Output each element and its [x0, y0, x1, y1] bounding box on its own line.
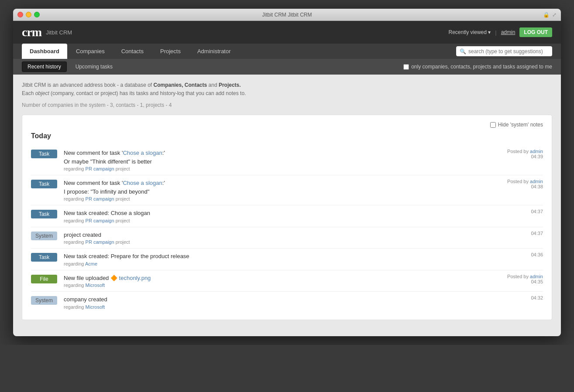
company-link[interactable]: Microsoft: [86, 283, 105, 288]
item-title: New comment for task 'Chose a slogan:' O…: [64, 149, 484, 166]
app-window: Jitbit CRM Jitbit CRM 🔒 ⤢ crm Jitbit CRM…: [13, 9, 561, 336]
item-body: company created regarding Microsoft: [64, 295, 484, 310]
hide-system-label[interactable]: Hide 'system' notes: [490, 122, 543, 128]
item-time: 04:37: [491, 209, 543, 214]
project-link[interactable]: PR campaign: [86, 166, 114, 171]
app-header: crm Jitbit CRM Recently viewed | admin L…: [13, 21, 561, 44]
item-meta: 04:32: [491, 295, 543, 300]
company-link[interactable]: Acme: [85, 261, 97, 266]
badge-task: Task: [31, 180, 57, 188]
item-title: project created: [64, 231, 484, 239]
hide-system-checkbox[interactable]: [490, 122, 496, 128]
search-box: 🔍: [456, 46, 552, 56]
item-title: New task created: Chose a slogan: [64, 209, 484, 218]
item-subtitle: regarding PR campaign project: [64, 166, 484, 171]
item-meta: 04:36: [491, 252, 543, 257]
list-item: Task New comment for task 'Chose a sloga…: [31, 145, 543, 175]
titlebar: Jitbit CRM Jitbit CRM 🔒 ⤢: [13, 9, 561, 21]
posted-by: Posted by admin: [507, 149, 543, 154]
main-card: Hide 'system' notes Today Task New comme…: [22, 115, 552, 320]
badge-system: System: [31, 296, 57, 305]
item-subtitle: regarding PR campaign project: [64, 196, 484, 201]
item-meta: Posted by admin 04:35: [491, 274, 543, 284]
tab-dashboard[interactable]: Dashboard: [22, 44, 67, 59]
filter-checkbox[interactable]: [403, 64, 409, 70]
item-meta: 04:37: [491, 209, 543, 214]
tab-projects[interactable]: Projects: [152, 44, 189, 59]
app-name-label: Jitbit CRM: [46, 29, 72, 36]
list-item: Task New comment for task 'Chose a sloga…: [31, 175, 543, 205]
item-body: New task created: Chose a slogan regardi…: [64, 209, 484, 223]
admin-link[interactable]: admin: [501, 29, 516, 35]
item-subtitle: regarding Microsoft: [64, 283, 484, 288]
item-title: New task created: Prepare for the produc…: [64, 252, 484, 261]
minimize-button[interactable]: [26, 12, 31, 17]
lock-icon: 🔒: [543, 12, 550, 18]
search-input[interactable]: [468, 48, 549, 55]
task-link[interactable]: Chose a slogan: [123, 180, 162, 186]
page-content: Jitbit CRM is an advanced address book -…: [13, 75, 561, 336]
item-subtitle: regarding Microsoft: [64, 304, 484, 310]
logo-text: crm: [22, 25, 41, 39]
hide-system-text: Hide 'system' notes: [498, 122, 543, 128]
item-time: 04:35: [491, 279, 543, 284]
user-link[interactable]: admin: [530, 274, 543, 279]
badge-system: System: [31, 232, 57, 240]
item-subtitle: regarding PR campaign project: [64, 239, 484, 245]
item-subtitle: regarding Acme: [64, 261, 484, 266]
item-time: 04:36: [491, 252, 543, 257]
item-meta: 04:37: [491, 231, 543, 236]
tab-companies[interactable]: Companies: [68, 44, 113, 59]
sub-nav: Recent history Upcoming tasks only compa…: [13, 59, 561, 75]
company-link[interactable]: Microsoft: [86, 304, 105, 310]
filter-label-text: only companies, contacts, projects and t…: [411, 64, 552, 70]
list-item: System company created regarding Microso…: [31, 292, 543, 313]
maximize-button[interactable]: [34, 12, 40, 17]
close-button[interactable]: [17, 12, 23, 17]
logo-area: crm Jitbit CRM: [22, 25, 72, 39]
card-toolbar: Hide 'system' notes: [31, 122, 543, 128]
titlebar-right: 🔒 ⤢: [543, 12, 557, 18]
item-title: New file uploaded 🔶 techonly.png: [64, 274, 484, 283]
item-time: 04:37: [491, 231, 543, 236]
badge-task: Task: [31, 210, 57, 218]
upcoming-tasks-link[interactable]: Upcoming tasks: [76, 64, 113, 70]
tab-administrator[interactable]: Administrator: [189, 44, 239, 59]
list-item: Task New task created: Prepare for the p…: [31, 249, 543, 270]
project-link[interactable]: PR campaign: [86, 196, 114, 201]
list-item: File New file uploaded 🔶 techonly.png re…: [31, 270, 543, 292]
item-title: New comment for task 'Chose a slogan:' I…: [64, 179, 484, 196]
filter-checkbox-label[interactable]: only companies, contacts, projects and t…: [403, 64, 552, 70]
search-icon: 🔍: [460, 48, 466, 55]
tab-contacts[interactable]: Contacts: [113, 44, 151, 59]
item-body: project created regarding PR campaign pr…: [64, 231, 484, 245]
list-item: System project created regarding PR camp…: [31, 227, 543, 249]
window-controls: [17, 12, 40, 17]
item-body: New task created: Prepare for the produc…: [64, 252, 484, 266]
resize-icon: ⤢: [552, 12, 557, 18]
item-title: company created: [64, 295, 484, 304]
nav-bar: Dashboard Companies Contacts Projects Ad…: [13, 44, 561, 59]
recently-viewed-dropdown[interactable]: Recently viewed: [449, 29, 491, 35]
badge-file: File: [31, 275, 57, 283]
task-link[interactable]: Chose a slogan: [123, 150, 162, 156]
file-link[interactable]: techonly.png: [119, 275, 151, 281]
project-link[interactable]: PR campaign: [86, 239, 114, 245]
header-right: Recently viewed | admin LOG OUT: [449, 27, 552, 37]
stats-text: Number of companies in the system - 3, c…: [22, 102, 552, 108]
user-link[interactable]: admin: [530, 149, 543, 154]
window-title: Jitbit CRM Jitbit CRM: [262, 12, 312, 18]
user-link[interactable]: admin: [530, 179, 543, 184]
badge-task: Task: [31, 253, 57, 262]
recent-history-button[interactable]: Recent history: [22, 61, 67, 72]
item-body: New file uploaded 🔶 techonly.png regardi…: [64, 274, 484, 288]
item-time: 04:32: [491, 295, 543, 300]
list-item: Task New task created: Chose a slogan re…: [31, 205, 543, 227]
posted-by: Posted by admin: [507, 274, 543, 279]
badge-task: Task: [31, 150, 57, 158]
nav-tabs: Dashboard Companies Contacts Projects Ad…: [22, 44, 240, 59]
logout-button[interactable]: LOG OUT: [519, 27, 552, 37]
posted-by: Posted by admin: [507, 179, 543, 184]
project-link[interactable]: PR campaign: [86, 218, 114, 223]
item-time: 04:39: [491, 154, 543, 159]
